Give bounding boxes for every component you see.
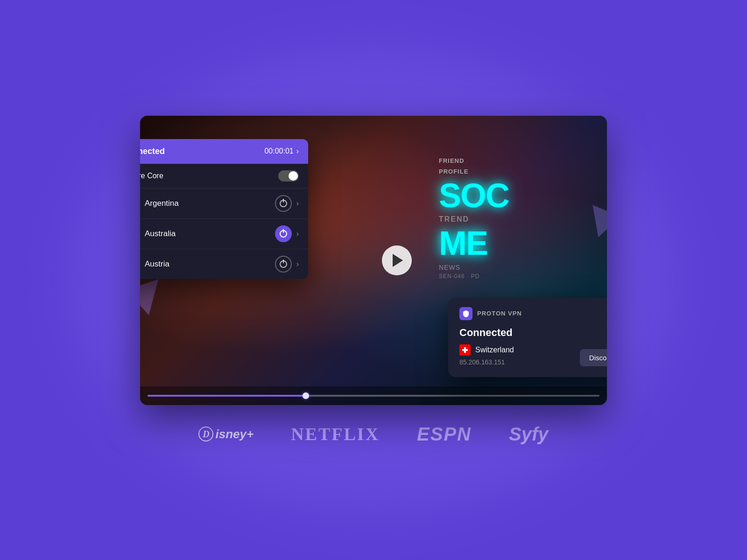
country-row-argentina[interactable]: 🇦🇷 Argentina › <box>140 189 308 219</box>
power-icon-austria <box>280 260 287 268</box>
vpn-header-chevron[interactable]: › <box>296 147 299 155</box>
toggle-thumb <box>289 171 298 181</box>
main-container: FRIEND PROFILE SOC TREND ME NEWS SEN-046… <box>93 58 654 502</box>
vpn-timer: 00:00:01 › <box>264 147 299 155</box>
country-name-austria: Austria <box>145 259 275 269</box>
play-button[interactable] <box>382 245 412 275</box>
country-name-argentina: Argentina <box>145 199 275 208</box>
netflix-logo: NETFLIX <box>291 424 380 444</box>
progress-fill <box>148 395 306 397</box>
power-btn-argentina[interactable] <box>275 195 292 212</box>
vpn-panel: Connected 00:00:01 › Secure Core 🇦🇷 <box>140 139 308 279</box>
neon-sign-area: FRIEND PROFILE SOC TREND ME NEWS SEN-046… <box>439 130 570 307</box>
neon-soc-text: SOC <box>439 179 509 212</box>
secure-core-toggle[interactable] <box>278 170 299 182</box>
vpn-status-label: Connected <box>140 147 165 156</box>
notif-header: PROTON VPN <box>459 307 607 320</box>
disney-plus-logo: D isney+ <box>198 427 254 441</box>
disney-circle-icon: D <box>198 427 213 441</box>
syfy-logo: Syfy <box>509 424 549 445</box>
syfy-text: Syfy <box>509 424 549 444</box>
vpn-header: Connected 00:00:01 › <box>140 139 308 164</box>
power-icon-australia <box>280 230 287 238</box>
logos-row: D isney+ NETFLIX ESPN Syfy <box>93 424 654 445</box>
disney-text: isney+ <box>215 427 254 441</box>
power-btn-austria[interactable] <box>275 256 292 273</box>
proton-vpn-icon <box>459 307 472 320</box>
espn-logo: ESPN <box>417 424 472 445</box>
swiss-cross-icon <box>462 347 468 353</box>
notif-country-name: Switzerland <box>475 346 514 354</box>
country-row-austria[interactable]: 🇦🇹 Austria › <box>140 249 308 279</box>
notif-app-name: PROTON VPN <box>477 310 522 317</box>
progress-thumb <box>303 392 309 399</box>
notif-connected-label: Connected <box>459 327 607 339</box>
power-icon-argentina <box>280 200 287 207</box>
swiss-flag <box>459 344 471 356</box>
country-name-australia: Australia <box>145 229 275 238</box>
disconnect-button[interactable]: Disconnect <box>580 349 607 366</box>
notification-popup: PROTON VPN Connected Switzerland 85.206.… <box>448 298 607 377</box>
proton-shield-icon <box>462 309 470 318</box>
play-icon <box>393 254 403 267</box>
secure-core-row: Secure Core <box>140 164 308 189</box>
netflix-text: NETFLIX <box>291 424 380 444</box>
espn-text: ESPN <box>417 424 472 444</box>
neon-me-text: ME <box>439 226 487 260</box>
progress-track[interactable] <box>148 395 599 397</box>
vpn-header-left: Connected <box>140 147 165 156</box>
secure-core-label: Secure Core <box>140 172 163 180</box>
chevron-austria: › <box>296 260 299 268</box>
chevron-australia: › <box>296 230 299 238</box>
screen-area: FRIEND PROFILE SOC TREND ME NEWS SEN-046… <box>140 116 607 405</box>
progress-bar-container <box>140 386 607 405</box>
chevron-argentina: › <box>296 199 299 208</box>
power-btn-australia[interactable] <box>275 225 292 242</box>
country-row-australia[interactable]: 🇦🇺 Australia › <box>140 219 308 249</box>
